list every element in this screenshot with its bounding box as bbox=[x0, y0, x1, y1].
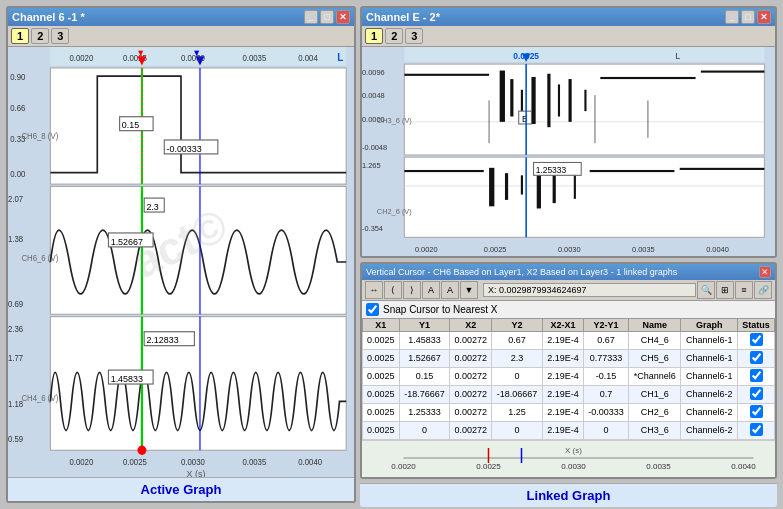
right-toolbar-btn-2[interactable]: 2 bbox=[385, 28, 403, 44]
table-cell: 0.0025 bbox=[363, 403, 400, 421]
cursor-tb-btn-snap[interactable]: 🔍 bbox=[697, 281, 715, 299]
svg-text:1.25333: 1.25333 bbox=[536, 165, 567, 175]
maximize-button[interactable]: □ bbox=[320, 10, 334, 24]
cursor-dialog-close[interactable]: ✕ bbox=[759, 266, 771, 278]
svg-text:0.0025: 0.0025 bbox=[484, 245, 507, 254]
table-cell: 0.0025 bbox=[363, 367, 400, 385]
toolbar-btn-3[interactable]: 3 bbox=[51, 28, 69, 44]
cursor-tb-btn-3[interactable]: ⟩ bbox=[403, 281, 421, 299]
table-cell: 2.19E-4 bbox=[542, 331, 583, 349]
cursor-tb-btn-4[interactable]: A bbox=[422, 281, 440, 299]
svg-text:0.0040: 0.0040 bbox=[731, 462, 756, 471]
svg-text:-0.354: -0.354 bbox=[362, 224, 383, 233]
table-cell: 1.45833 bbox=[399, 331, 450, 349]
status-checkbox[interactable] bbox=[750, 333, 763, 346]
right-graph-area[interactable]: 0.0025 L 0.0096 0.0048 0.0000 -0.0048 CH… bbox=[362, 47, 775, 256]
status-checkbox[interactable] bbox=[750, 423, 763, 436]
right-toolbar-btn-3[interactable]: 3 bbox=[405, 28, 423, 44]
table-cell: 2.19E-4 bbox=[542, 403, 583, 421]
svg-text:1.45833: 1.45833 bbox=[111, 374, 143, 384]
svg-text:0.90: 0.90 bbox=[10, 72, 26, 81]
table-cell: 0 bbox=[492, 367, 543, 385]
right-window-titlebar: Channel E - 2* _ □ ✕ bbox=[362, 8, 775, 26]
snap-label: Snap Cursor to Nearest X bbox=[383, 304, 498, 315]
table-cell: 0 bbox=[492, 421, 543, 439]
col-y2y1: Y2-Y1 bbox=[583, 318, 628, 331]
svg-rect-67 bbox=[500, 71, 505, 122]
table-cell: -18.76667 bbox=[399, 385, 450, 403]
svg-text:1.77: 1.77 bbox=[8, 354, 24, 363]
svg-rect-94 bbox=[574, 175, 576, 199]
status-checkbox[interactable] bbox=[750, 351, 763, 364]
table-cell: 2.19E-4 bbox=[542, 349, 583, 367]
table-row[interactable]: 0.002500.0027202.19E-40CH3_6Channel6-2 bbox=[363, 421, 775, 439]
toolbar-btn-2[interactable]: 2 bbox=[31, 28, 49, 44]
svg-text:0.0020: 0.0020 bbox=[391, 462, 416, 471]
table-cell: Channel6-1 bbox=[681, 331, 738, 349]
table-cell: 0.0025 bbox=[363, 331, 400, 349]
svg-text:CH4_6 (V): CH4_6 (V) bbox=[21, 393, 58, 402]
cursor-tb-btn-1[interactable]: ↔ bbox=[365, 281, 383, 299]
svg-text:0.66: 0.66 bbox=[10, 104, 26, 113]
right-window-title: Channel E - 2* bbox=[366, 11, 440, 23]
cursor-tb-btn-5[interactable]: A bbox=[441, 281, 459, 299]
table-cell: *Channel6 bbox=[629, 367, 681, 385]
snap-checkbox[interactable] bbox=[366, 303, 379, 316]
svg-text:0.0030: 0.0030 bbox=[561, 462, 586, 471]
cursor-tb-btn-6[interactable]: ▼ bbox=[460, 281, 478, 299]
svg-rect-90 bbox=[505, 173, 508, 200]
status-checkbox[interactable] bbox=[750, 369, 763, 382]
table-row[interactable]: 0.00251.253330.002721.252.19E-4-0.00333C… bbox=[363, 403, 775, 421]
toolbar-btn-1[interactable]: 1 bbox=[11, 28, 29, 44]
table-cell: 0.0025 bbox=[363, 385, 400, 403]
status-checkbox[interactable] bbox=[750, 387, 763, 400]
svg-text:0.0040: 0.0040 bbox=[298, 458, 322, 467]
left-graph-area[interactable]: 0.0020 0.0025 ▼ ▼ 0.0030 0.0035 0.004 L bbox=[8, 47, 354, 477]
table-cell bbox=[738, 403, 775, 421]
right-top-window: Channel E - 2* _ □ ✕ 1 2 3 0.0025 L bbox=[360, 6, 777, 258]
svg-text:0.0025: 0.0025 bbox=[476, 462, 501, 471]
table-cell: 0.0025 bbox=[363, 421, 400, 439]
right-toolbar-btn-1[interactable]: 1 bbox=[365, 28, 383, 44]
svg-rect-74 bbox=[584, 90, 586, 111]
table-cell: 0.00272 bbox=[450, 349, 492, 367]
table-cell: 0 bbox=[583, 421, 628, 439]
cursor-tb-btn-2[interactable]: ⟨ bbox=[384, 281, 402, 299]
table-cell: CH5_6 bbox=[629, 349, 681, 367]
svg-text:CH6_8 (V): CH6_8 (V) bbox=[21, 132, 58, 141]
minimize-button[interactable]: _ bbox=[304, 10, 318, 24]
cursor-dialog-toolbar: ↔ ⟨ ⟩ A A ▼ X: 0.0029879934624697 🔍 ⊞ ≡ … bbox=[362, 280, 775, 301]
right-maximize-button[interactable]: □ bbox=[741, 10, 755, 24]
table-cell: 1.52667 bbox=[399, 349, 450, 367]
table-row[interactable]: 0.0025-18.766670.00272-18.066672.19E-40.… bbox=[363, 385, 775, 403]
left-graph-svg: 0.0020 0.0025 ▼ ▼ 0.0030 0.0035 0.004 L bbox=[8, 47, 354, 477]
table-cell: 0.15 bbox=[399, 367, 450, 385]
cursor-tb-btn-7[interactable]: ⊞ bbox=[716, 281, 734, 299]
right-graph-svg: 0.0025 L 0.0096 0.0048 0.0000 -0.0048 CH… bbox=[362, 47, 775, 256]
table-cell: Channel6-2 bbox=[681, 403, 738, 421]
table-cell: 2.19E-4 bbox=[542, 385, 583, 403]
table-row[interactable]: 0.00251.526670.002722.32.19E-40.77333CH5… bbox=[363, 349, 775, 367]
cursor-dialog-titlebar: Vertical Cursor - CH6 Based on Layer1, X… bbox=[362, 264, 775, 280]
close-button[interactable]: ✕ bbox=[336, 10, 350, 24]
cursor-tb-btn-9[interactable]: 🔗 bbox=[754, 281, 772, 299]
svg-rect-55 bbox=[404, 47, 764, 62]
cursor-tb-btn-8[interactable]: ≡ bbox=[735, 281, 753, 299]
svg-text:0.0020: 0.0020 bbox=[415, 245, 438, 254]
svg-text:0.69: 0.69 bbox=[8, 300, 24, 309]
svg-text:2.07: 2.07 bbox=[8, 194, 24, 203]
right-close-button[interactable]: ✕ bbox=[757, 10, 771, 24]
status-checkbox[interactable] bbox=[750, 405, 763, 418]
table-row[interactable]: 0.00250.150.0027202.19E-4-0.15*Channel6C… bbox=[363, 367, 775, 385]
table-cell: 2.19E-4 bbox=[542, 421, 583, 439]
right-minimize-button[interactable]: _ bbox=[725, 10, 739, 24]
svg-rect-76 bbox=[701, 71, 765, 73]
table-cell: 0.00272 bbox=[450, 331, 492, 349]
svg-text:-0.0048: -0.0048 bbox=[362, 143, 387, 152]
svg-text:L: L bbox=[337, 52, 343, 63]
col-x2x1: X2-X1 bbox=[542, 318, 583, 331]
table-row[interactable]: 0.00251.458330.002720.672.19E-40.67CH4_6… bbox=[363, 331, 775, 349]
left-window: Channel 6 -1 * _ □ ✕ 1 2 3 0.0020 0 bbox=[6, 6, 356, 503]
svg-rect-89 bbox=[489, 168, 494, 206]
cursor-table-container[interactable]: X1 Y1 X2 Y2 X2-X1 Y2-Y1 Name Graph Statu… bbox=[362, 318, 775, 440]
